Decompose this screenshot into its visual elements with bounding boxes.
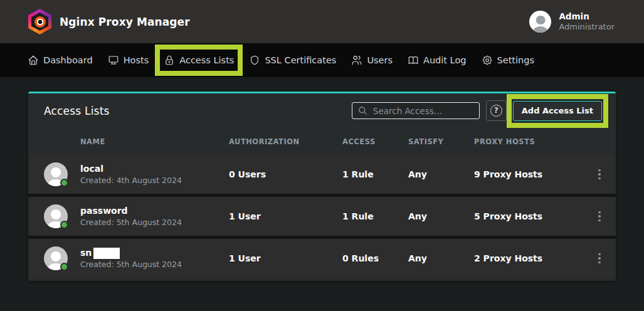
gear-icon [482, 55, 493, 66]
nav-label: Dashboard [43, 55, 93, 65]
table-header: NAME AUTHORIZATION ACCESS SATISFY PROXY … [28, 128, 616, 155]
authorization-value: 0 Users [229, 169, 342, 179]
nav-item-settings[interactable]: Settings [482, 55, 534, 66]
user-name: Admin [559, 11, 615, 22]
status-online-dot [60, 263, 68, 271]
content-area: Access Lists ? Add Access List [0, 77, 644, 281]
app-header: Nginx Proxy Manager Admin Administrator [0, 0, 644, 43]
name-lines: password Created: 5th August 2024 [80, 204, 182, 228]
users-icon [351, 55, 362, 66]
column-header-proxy-hosts: PROXY HOSTS [474, 137, 593, 146]
add-access-list-button[interactable]: Add Access List [513, 101, 602, 121]
user-meta: Admin Administrator [559, 11, 615, 32]
created-date: Created: 5th August 2024 [80, 259, 182, 270]
question-icon: ? [490, 105, 502, 117]
table-row[interactable]: local Created: 4th August 2024 0 Users 1… [28, 155, 616, 194]
monitor-icon [108, 55, 119, 66]
nav-item-dashboard[interactable]: Dashboard [28, 55, 93, 66]
proxy-hosts-value: 5 Proxy Hosts [474, 211, 593, 221]
nav-item-hosts[interactable]: Hosts [108, 55, 149, 66]
status-online-dot [60, 179, 68, 187]
access-value: 1 Rule [342, 211, 408, 221]
lock-icon [164, 55, 175, 66]
main-nav: Dashboard Hosts Access Lists SSL Certifi… [0, 43, 644, 77]
table-row[interactable]: password Created: 5th August 2024 1 User… [28, 197, 616, 236]
column-header-satisfy: SATISFY [408, 137, 474, 146]
table-row[interactable]: sn Created: 5th August 2024 1 User 0 Rul… [28, 239, 616, 278]
authorization-value: 1 User [229, 211, 342, 221]
user-menu[interactable]: Admin Administrator [529, 11, 615, 33]
search-icon [358, 106, 367, 115]
search-input[interactable] [373, 106, 473, 116]
nav-label: Users [367, 55, 393, 65]
status-online-dot [60, 221, 68, 229]
proxy-hosts-value: 2 Proxy Hosts [474, 253, 593, 263]
avatar-wrap [44, 246, 68, 270]
column-header-authorization: AUTHORIZATION [229, 137, 342, 146]
shield-icon [249, 55, 260, 66]
access-value: 0 Rules [342, 253, 408, 263]
user-role: Administrator [559, 22, 615, 32]
home-icon [28, 55, 39, 66]
column-header-access: ACCESS [342, 137, 408, 146]
access-value: 1 Rule [342, 169, 408, 179]
help-button[interactable]: ? [486, 100, 507, 121]
row-actions-menu-icon[interactable] [593, 250, 606, 268]
user-avatar[interactable] [529, 11, 551, 33]
nav-label: Audit Log [423, 55, 467, 65]
name-cell: sn Created: 5th August 2024 [44, 246, 229, 270]
satisfy-value: Any [408, 253, 474, 263]
proxy-hosts-value: 9 Proxy Hosts [474, 169, 593, 179]
nav-item-audit-log[interactable]: Audit Log [408, 55, 467, 66]
avatar-wrap [44, 162, 68, 186]
nav-item-users[interactable]: Users [351, 55, 393, 66]
row-actions-menu-icon[interactable] [593, 208, 606, 226]
brand: Nginx Proxy Manager [28, 9, 190, 34]
nav-label: Access Lists [179, 55, 234, 65]
name-lines: sn Created: 5th August 2024 [80, 246, 182, 270]
column-header-name: NAME [44, 137, 229, 146]
row-actions-menu-icon[interactable] [593, 166, 606, 184]
page-title: Access Lists [44, 105, 110, 117]
name-cell: password Created: 5th August 2024 [44, 204, 229, 228]
nav-label: Hosts [124, 55, 149, 65]
created-date: Created: 4th August 2024 [80, 175, 182, 186]
access-list-name: local [80, 162, 182, 175]
nav-label: SSL Certificates [265, 55, 336, 65]
authorization-value: 1 User [229, 253, 342, 263]
table-body: local Created: 4th August 2024 0 Users 1… [28, 155, 616, 278]
panel-tools: ? Add Access List [352, 100, 608, 121]
search-box [352, 102, 480, 119]
access-lists-panel: Access Lists ? Add Access List [28, 92, 616, 281]
book-icon [408, 55, 419, 66]
satisfy-value: Any [408, 211, 474, 221]
access-list-name: sn [80, 246, 182, 259]
name-cell: local Created: 4th August 2024 [44, 162, 229, 186]
redaction-box [93, 248, 120, 259]
name-lines: local Created: 4th August 2024 [80, 162, 182, 186]
nginx-proxy-manager-logo-icon [28, 9, 51, 34]
satisfy-value: Any [408, 169, 474, 179]
app-title: Nginx Proxy Manager [60, 16, 190, 28]
created-date: Created: 5th August 2024 [80, 217, 182, 228]
add-button-wrap: Add Access List [513, 101, 602, 121]
nav-item-access-lists[interactable]: Access Lists [164, 55, 234, 66]
nav-label: Settings [497, 55, 534, 65]
panel-header: Access Lists ? Add Access List [28, 93, 616, 128]
nav-item-ssl-certificates[interactable]: SSL Certificates [249, 55, 336, 66]
avatar-wrap [44, 204, 68, 228]
access-list-name: password [80, 204, 182, 217]
